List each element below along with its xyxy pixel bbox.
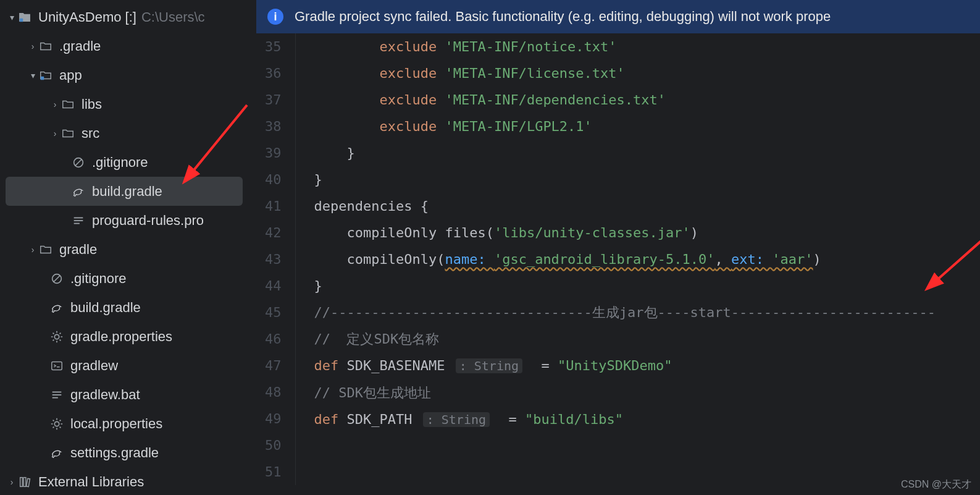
folder-icon [61,127,75,140]
tree-item-label: proguard-rules.pro [92,213,204,229]
tree-root-path: C:\Users\c [141,9,205,25]
module-folder-icon [38,69,53,82]
line-number: 39 [265,140,282,166]
text-file-icon [49,388,64,402]
tree-item-src[interactable]: › src [0,119,256,148]
code-line[interactable]: compileOnly(name: 'gsc_android_library-5… [314,246,936,273]
line-number: 44 [265,273,282,299]
tree-root-label: UnityAsDemo [:] [38,9,136,25]
line-number: 35 [265,33,282,60]
tree-item-gitignore-app[interactable]: .gitignore [0,148,256,177]
line-number: 37 [265,87,282,113]
svg-line-3 [75,159,82,166]
tree-item-label: .gradle [59,38,101,54]
terminal-icon [49,359,64,373]
line-number: 40 [265,166,282,193]
chevron-right-icon: › [27,245,38,255]
tree-item-external-libraries[interactable]: › External Libraries [0,467,256,495]
code-line[interactable]: } [314,140,936,166]
code-line[interactable]: exclude 'META-INF/notice.txt' [314,33,936,60]
tree-item-label: External Libraries [38,474,144,490]
line-number: 36 [265,60,282,87]
line-number: 47 [265,352,282,379]
svg-rect-0 [20,18,23,22]
tree-item-label: gradle [59,242,97,258]
chevron-down-icon: ▾ [27,70,38,80]
gradle-icon [71,185,86,198]
code-line[interactable]: // 定义SDK包名称 [314,326,936,352]
code-line[interactable]: dependencies { [314,193,936,219]
project-tree[interactable]: ▾ UnityAsDemo [:] C:\Users\c › .gradle ▾… [0,0,256,495]
folder-icon [38,40,53,53]
tree-item-proguard[interactable]: proguard-rules.pro [0,206,256,235]
svg-point-9 [54,334,59,339]
tree-item-label: build.gradle [92,184,162,200]
line-number: 43 [265,246,282,273]
tree-item-gradle-dot[interactable]: › .gradle [0,32,256,61]
chevron-right-icon: › [27,41,38,51]
folder-icon [61,98,75,111]
editor-pane: i Gradle project sync failed. Basic func… [256,0,980,495]
code-line[interactable]: // SDK包生成地址 [314,379,936,406]
code-line[interactable]: //--------------------------------生成jar包… [314,299,936,326]
svg-line-8 [54,275,61,282]
tree-item-local-properties[interactable]: local.properties [0,409,256,438]
gear-icon [49,417,64,431]
info-icon: i [267,9,283,25]
chevron-down-icon: ▾ [6,12,17,22]
tree-item-libs[interactable]: › libs [0,90,256,119]
line-gutter: 3536373839404142434445464748495051 [256,33,296,485]
tree-item-gradle-properties[interactable]: gradle.properties [0,322,256,351]
svg-point-14 [54,421,59,426]
gradle-icon [49,301,64,315]
svg-rect-16 [23,477,26,486]
code-line[interactable]: exclude 'META-INF/LGPL2.1' [314,113,936,140]
ignore-icon [49,272,64,286]
tree-item-label: libs [82,96,102,112]
tree-item-app[interactable]: ▾ app [0,61,256,90]
line-number: 42 [265,219,282,246]
svg-rect-1 [41,76,44,79]
sync-failed-banner[interactable]: i Gradle project sync failed. Basic func… [256,0,980,33]
code-content[interactable]: exclude 'META-INF/notice.txt' exclude 'M… [296,33,936,485]
tree-item-label: settings.gradle [70,445,159,461]
code-line[interactable]: def SDK_PATH : String = "build/libs" [314,406,936,433]
tree-item-build-gradle-app[interactable]: build.gradle [6,177,243,206]
line-number: 46 [265,326,282,352]
tree-item-label: .gitignore [70,271,127,287]
tree-item-label: build.gradle [70,300,141,316]
line-number: 45 [265,299,282,326]
code-line[interactable]: def SDK_BASENAME : String = "UnitySDKDem… [314,352,936,379]
svg-rect-15 [20,477,23,486]
ignore-icon [71,156,86,169]
line-number: 49 [265,405,282,432]
line-number: 51 [265,459,282,485]
code-line[interactable]: } [314,273,936,299]
tree-item-gradle[interactable]: › gradle [0,235,256,264]
banner-text: Gradle project sync failed. Basic functi… [295,9,831,25]
library-icon [17,475,32,489]
code-line[interactable]: exclude 'META-INF/license.txt' [314,60,936,87]
code-line[interactable]: exclude 'META-INF/dependencies.txt' [314,87,936,113]
code-editor[interactable]: 3536373839404142434445464748495051 exclu… [256,33,980,485]
tree-item-label: gradle.properties [70,329,172,345]
line-number: 38 [265,113,282,140]
tree-item-build-gradle-root[interactable]: build.gradle [0,293,256,322]
tree-item-gitignore-root[interactable]: .gitignore [0,264,256,293]
code-line[interactable]: compileOnly files('libs/unity-classes.ja… [314,219,936,246]
line-number: 48 [265,379,282,405]
line-number: 50 [265,432,282,459]
folder-icon [38,243,53,256]
gear-icon [49,330,64,344]
tree-item-label: gradlew [70,358,118,374]
tree-item-settings-gradle[interactable]: settings.gradle [0,438,256,467]
chevron-right-icon: › [6,477,17,487]
svg-rect-10 [52,362,62,370]
watermark: CSDN @大天才 [901,478,971,491]
tree-root[interactable]: ▾ UnityAsDemo [:] C:\Users\c [0,2,256,32]
tree-item-gradlew-bat[interactable]: gradlew.bat [0,380,256,409]
tree-item-label: app [59,67,82,83]
tree-item-label: src [82,125,99,142]
code-line[interactable]: } [314,166,936,193]
tree-item-gradlew[interactable]: gradlew [0,351,256,380]
